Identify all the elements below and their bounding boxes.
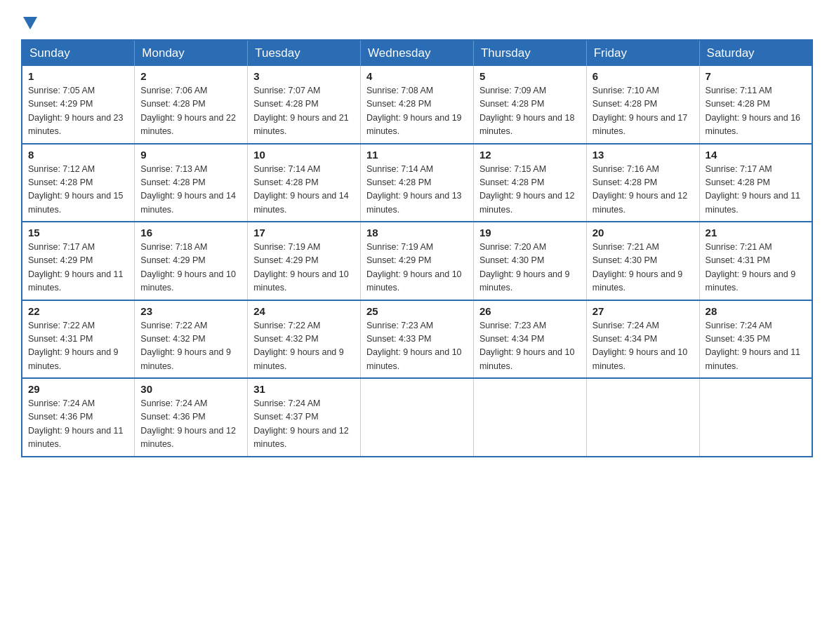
day-info: Sunrise: 7:17 AM Sunset: 4:28 PM Dayligh… bbox=[706, 163, 806, 217]
day-number: 22 bbox=[28, 305, 128, 317]
day-info: Sunrise: 7:06 AM Sunset: 4:28 PM Dayligh… bbox=[140, 84, 241, 139]
day-info: Sunrise: 7:14 AM Sunset: 4:28 PM Dayligh… bbox=[366, 163, 468, 217]
day-number: 7 bbox=[706, 70, 806, 82]
calendar-day-cell: 4 Sunrise: 7:08 AM Sunset: 4:28 PM Dayli… bbox=[361, 66, 474, 144]
calendar-day-cell: 5 Sunrise: 7:09 AM Sunset: 4:28 PM Dayli… bbox=[473, 66, 586, 144]
day-info: Sunrise: 7:19 AM Sunset: 4:29 PM Dayligh… bbox=[366, 241, 468, 295]
day-info: Sunrise: 7:07 AM Sunset: 4:28 PM Dayligh… bbox=[253, 84, 355, 139]
day-number: 15 bbox=[28, 227, 128, 239]
calendar-day-cell: 26 Sunrise: 7:23 AM Sunset: 4:34 PM Dayl… bbox=[473, 300, 586, 379]
calendar-table: SundayMondayTuesdayWednesdayThursdayFrid… bbox=[21, 39, 813, 457]
day-number: 17 bbox=[253, 227, 355, 239]
calendar-day-cell: 12 Sunrise: 7:15 AM Sunset: 4:28 PM Dayl… bbox=[473, 144, 586, 222]
calendar-day-cell bbox=[473, 378, 586, 457]
calendar-week-row: 8 Sunrise: 7:12 AM Sunset: 4:28 PM Dayli… bbox=[22, 144, 812, 222]
calendar-day-cell: 14 Sunrise: 7:17 AM Sunset: 4:28 PM Dayl… bbox=[699, 144, 812, 222]
day-info: Sunrise: 7:18 AM Sunset: 4:29 PM Dayligh… bbox=[140, 241, 241, 295]
day-info: Sunrise: 7:21 AM Sunset: 4:30 PM Dayligh… bbox=[593, 241, 694, 295]
day-number: 29 bbox=[28, 383, 128, 395]
calendar-week-row: 29 Sunrise: 7:24 AM Sunset: 4:36 PM Dayl… bbox=[22, 378, 812, 457]
calendar-day-cell: 15 Sunrise: 7:17 AM Sunset: 4:29 PM Dayl… bbox=[22, 222, 135, 300]
day-info: Sunrise: 7:12 AM Sunset: 4:28 PM Dayligh… bbox=[28, 163, 128, 217]
logo-arrow-icon bbox=[23, 17, 37, 29]
day-number: 19 bbox=[479, 227, 581, 239]
day-info: Sunrise: 7:15 AM Sunset: 4:28 PM Dayligh… bbox=[479, 163, 581, 217]
calendar-day-cell: 1 Sunrise: 7:05 AM Sunset: 4:29 PM Dayli… bbox=[22, 66, 135, 144]
calendar-day-cell: 2 Sunrise: 7:06 AM Sunset: 4:28 PM Dayli… bbox=[135, 66, 248, 144]
day-number: 11 bbox=[366, 149, 468, 161]
calendar-day-cell: 24 Sunrise: 7:22 AM Sunset: 4:32 PM Dayl… bbox=[248, 300, 361, 379]
day-info: Sunrise: 7:22 AM Sunset: 4:31 PM Dayligh… bbox=[28, 319, 128, 374]
calendar-day-cell: 3 Sunrise: 7:07 AM Sunset: 4:28 PM Dayli… bbox=[248, 66, 361, 144]
calendar-day-cell: 28 Sunrise: 7:24 AM Sunset: 4:35 PM Dayl… bbox=[699, 300, 812, 379]
day-of-week-header: Sunday bbox=[22, 40, 135, 66]
day-info: Sunrise: 7:14 AM Sunset: 4:28 PM Dayligh… bbox=[253, 163, 355, 217]
day-of-week-header: Tuesday bbox=[248, 40, 361, 66]
day-number: 30 bbox=[140, 383, 241, 395]
day-number: 5 bbox=[479, 70, 581, 82]
day-number: 4 bbox=[366, 70, 468, 82]
calendar-day-cell bbox=[699, 378, 812, 457]
day-number: 27 bbox=[593, 305, 694, 317]
calendar-day-cell: 9 Sunrise: 7:13 AM Sunset: 4:28 PM Dayli… bbox=[135, 144, 248, 222]
calendar-day-cell: 18 Sunrise: 7:19 AM Sunset: 4:29 PM Dayl… bbox=[361, 222, 474, 300]
day-number: 28 bbox=[706, 305, 806, 317]
calendar-day-cell: 20 Sunrise: 7:21 AM Sunset: 4:30 PM Dayl… bbox=[586, 222, 699, 300]
day-number: 9 bbox=[140, 149, 241, 161]
calendar-day-cell: 31 Sunrise: 7:24 AM Sunset: 4:37 PM Dayl… bbox=[248, 378, 361, 457]
page-header bbox=[21, 14, 813, 27]
calendar-day-cell: 22 Sunrise: 7:22 AM Sunset: 4:31 PM Dayl… bbox=[22, 300, 135, 379]
day-info: Sunrise: 7:13 AM Sunset: 4:28 PM Dayligh… bbox=[140, 163, 241, 217]
day-info: Sunrise: 7:17 AM Sunset: 4:29 PM Dayligh… bbox=[28, 241, 128, 295]
calendar-week-row: 22 Sunrise: 7:22 AM Sunset: 4:31 PM Dayl… bbox=[22, 300, 812, 379]
calendar-day-cell: 29 Sunrise: 7:24 AM Sunset: 4:36 PM Dayl… bbox=[22, 378, 135, 457]
day-number: 12 bbox=[479, 149, 581, 161]
day-number: 2 bbox=[140, 70, 241, 82]
day-number: 31 bbox=[253, 383, 355, 395]
day-number: 3 bbox=[253, 70, 355, 82]
day-info: Sunrise: 7:22 AM Sunset: 4:32 PM Dayligh… bbox=[140, 319, 241, 374]
day-info: Sunrise: 7:23 AM Sunset: 4:33 PM Dayligh… bbox=[366, 319, 468, 374]
day-number: 20 bbox=[593, 227, 694, 239]
day-info: Sunrise: 7:24 AM Sunset: 4:36 PM Dayligh… bbox=[28, 397, 128, 452]
day-info: Sunrise: 7:23 AM Sunset: 4:34 PM Dayligh… bbox=[479, 319, 581, 374]
day-number: 14 bbox=[706, 149, 806, 161]
day-number: 6 bbox=[593, 70, 694, 82]
calendar-day-cell: 21 Sunrise: 7:21 AM Sunset: 4:31 PM Dayl… bbox=[699, 222, 812, 300]
day-info: Sunrise: 7:21 AM Sunset: 4:31 PM Dayligh… bbox=[706, 241, 806, 295]
day-number: 10 bbox=[253, 149, 355, 161]
calendar-day-cell: 13 Sunrise: 7:16 AM Sunset: 4:28 PM Dayl… bbox=[586, 144, 699, 222]
calendar-day-cell bbox=[361, 378, 474, 457]
calendar-day-cell: 16 Sunrise: 7:18 AM Sunset: 4:29 PM Dayl… bbox=[135, 222, 248, 300]
day-number: 23 bbox=[140, 305, 241, 317]
day-number: 26 bbox=[479, 305, 581, 317]
calendar-day-cell: 23 Sunrise: 7:22 AM Sunset: 4:32 PM Dayl… bbox=[135, 300, 248, 379]
day-number: 16 bbox=[140, 227, 241, 239]
calendar-week-row: 1 Sunrise: 7:05 AM Sunset: 4:29 PM Dayli… bbox=[22, 66, 812, 144]
logo bbox=[21, 14, 37, 27]
day-number: 13 bbox=[593, 149, 694, 161]
day-number: 25 bbox=[366, 305, 468, 317]
day-info: Sunrise: 7:24 AM Sunset: 4:36 PM Dayligh… bbox=[140, 397, 241, 452]
calendar-day-cell: 11 Sunrise: 7:14 AM Sunset: 4:28 PM Dayl… bbox=[361, 144, 474, 222]
day-info: Sunrise: 7:11 AM Sunset: 4:28 PM Dayligh… bbox=[706, 84, 806, 139]
calendar-day-cell: 30 Sunrise: 7:24 AM Sunset: 4:36 PM Dayl… bbox=[135, 378, 248, 457]
day-of-week-header: Friday bbox=[586, 40, 699, 66]
day-number: 21 bbox=[706, 227, 806, 239]
day-info: Sunrise: 7:05 AM Sunset: 4:29 PM Dayligh… bbox=[28, 84, 128, 139]
calendar-day-cell bbox=[586, 378, 699, 457]
day-number: 24 bbox=[253, 305, 355, 317]
calendar-day-cell: 10 Sunrise: 7:14 AM Sunset: 4:28 PM Dayl… bbox=[248, 144, 361, 222]
day-info: Sunrise: 7:22 AM Sunset: 4:32 PM Dayligh… bbox=[253, 319, 355, 374]
day-number: 1 bbox=[28, 70, 128, 82]
day-info: Sunrise: 7:08 AM Sunset: 4:28 PM Dayligh… bbox=[366, 84, 468, 139]
day-info: Sunrise: 7:24 AM Sunset: 4:37 PM Dayligh… bbox=[253, 397, 355, 452]
day-of-week-header: Thursday bbox=[473, 40, 586, 66]
calendar-day-cell: 7 Sunrise: 7:11 AM Sunset: 4:28 PM Dayli… bbox=[699, 66, 812, 144]
day-of-week-header: Monday bbox=[135, 40, 248, 66]
calendar-day-cell: 8 Sunrise: 7:12 AM Sunset: 4:28 PM Dayli… bbox=[22, 144, 135, 222]
day-info: Sunrise: 7:10 AM Sunset: 4:28 PM Dayligh… bbox=[593, 84, 694, 139]
calendar-day-cell: 27 Sunrise: 7:24 AM Sunset: 4:34 PM Dayl… bbox=[586, 300, 699, 379]
calendar-day-cell: 17 Sunrise: 7:19 AM Sunset: 4:29 PM Dayl… bbox=[248, 222, 361, 300]
calendar-header-row: SundayMondayTuesdayWednesdayThursdayFrid… bbox=[22, 40, 812, 66]
